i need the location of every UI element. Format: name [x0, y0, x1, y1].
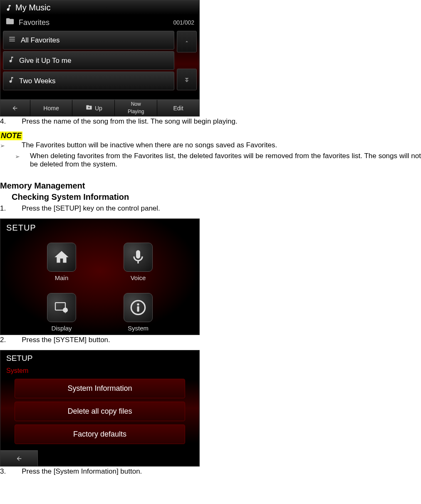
now-label-2: Playing — [128, 109, 144, 114]
step-text: Press the [SYSTEM] button. — [22, 336, 110, 344]
list-icon — [7, 35, 17, 45]
step-text: Press the [SETUP] key on the control pan… — [22, 204, 160, 213]
svg-rect-2 — [9, 41, 15, 42]
step-number: 4. — [0, 117, 6, 126]
voice-icon — [124, 243, 153, 272]
list-item-label: All Favorites — [21, 36, 60, 45]
step-text: Press the name of the song from the list… — [22, 117, 237, 126]
home-button-label: Home — [43, 105, 59, 112]
list-area: All Favorites Give it Up To me Two Weeks — [0, 30, 199, 91]
scroll-buttons — [177, 31, 197, 90]
up-button[interactable]: Up — [72, 100, 115, 116]
screenshot-setup-grid: SETUP Main Voice Display System — [0, 218, 200, 335]
display-icon — [47, 293, 76, 322]
back-button[interactable] — [0, 450, 38, 466]
step-number: 2. — [0, 336, 6, 344]
svg-point-6 — [137, 303, 139, 305]
up-button-label: Up — [95, 105, 102, 112]
list-item-song-1[interactable]: Give it Up To me — [3, 51, 174, 70]
factory-defaults-button[interactable]: Factory defaults — [15, 425, 185, 444]
scroll-down-button[interactable] — [177, 69, 197, 90]
list-item-label: Give it Up To me — [19, 57, 71, 65]
svg-rect-1 — [9, 39, 15, 40]
setup-tile-display[interactable]: Display — [34, 293, 89, 332]
tile-label: Display — [51, 325, 72, 332]
list-items: All Favorites Give it Up To me Two Weeks — [3, 31, 174, 90]
menu-buttons: System Information Delete all copy files… — [0, 379, 199, 444]
note-bullet-1: ➢ The Favorites button will be inactive … — [0, 140, 421, 151]
scroll-up-button[interactable] — [177, 31, 197, 52]
folder-icon — [5, 17, 15, 28]
step-number: 1. — [0, 204, 6, 213]
tile-label: Main — [55, 274, 69, 281]
tile-label: Voice — [131, 274, 146, 281]
setup-tile-system[interactable]: System — [110, 293, 166, 332]
system-information-button[interactable]: System Information — [15, 379, 185, 398]
step-1: 1. Press the [SETUP] key on the control … — [0, 204, 421, 214]
step-2: 2. Press the [SYSTEM] button. — [0, 335, 421, 345]
subsection-heading: Checking System Information — [0, 192, 421, 204]
tile-label: System — [128, 325, 149, 332]
step-text: Press the [System Information] button. — [22, 467, 142, 476]
screen-header: My Music — [0, 0, 199, 15]
list-item-label: Two Weeks — [19, 77, 56, 85]
step-number: 3. — [0, 467, 6, 476]
edit-button-label: Edit — [173, 105, 183, 112]
list-item-song-2[interactable]: Two Weeks — [3, 72, 174, 90]
setup-tile-voice[interactable]: Voice — [110, 243, 166, 281]
setup-grid: Main Voice Display System — [0, 237, 199, 335]
bullet-arrow-icon: ➢ — [15, 152, 20, 161]
setup-title: SETUP — [0, 219, 199, 237]
home-icon — [47, 243, 76, 272]
note-label: NOTE — [0, 132, 22, 140]
svg-point-4 — [63, 308, 68, 313]
edit-button[interactable]: Edit — [157, 100, 199, 116]
bullet-text: When deleting favorites from the Favorit… — [30, 152, 421, 169]
screen-subheader: Favorites 001/002 — [0, 15, 199, 30]
info-icon — [124, 293, 153, 322]
page-counter: 001/002 — [173, 19, 194, 26]
list-item-all-favorites[interactable]: All Favorites — [3, 31, 174, 50]
note-block: NOTE ➢ The Favorites button will be inac… — [0, 132, 421, 169]
home-button[interactable]: Home — [30, 100, 73, 116]
now-playing-button[interactable]: Now Playing — [115, 100, 157, 116]
screenshot-system-menu: SETUP System System Information Delete a… — [0, 350, 200, 467]
setup-title: SETUP — [0, 350, 199, 366]
note-bullet-2: ➢ When deleting favorites from the Favor… — [0, 151, 421, 169]
system-subtitle: System — [0, 366, 199, 379]
folder-up-icon — [85, 104, 93, 112]
setup-tile-main[interactable]: Main — [34, 243, 89, 281]
back-button[interactable] — [0, 100, 30, 116]
music-icon — [5, 4, 13, 12]
song-icon — [7, 56, 15, 65]
song-icon — [7, 76, 15, 86]
step-4: 4. Press the name of the song from the l… — [0, 117, 421, 127]
section-heading: Memory Management — [0, 179, 421, 192]
screen-title: My Music — [15, 3, 50, 12]
delete-copy-files-button[interactable]: Delete all copy files — [15, 402, 185, 421]
screenshot-my-music: My Music Favorites 001/002 All Favorites… — [0, 0, 200, 117]
bullet-arrow-icon: ➢ — [0, 141, 5, 150]
svg-rect-0 — [9, 37, 15, 38]
bottom-bar: Home Up Now Playing Edit — [0, 99, 199, 116]
svg-rect-7 — [137, 306, 139, 312]
now-label-1: Now — [131, 102, 141, 107]
subheader-label: Favorites — [19, 18, 50, 27]
bullet-text: The Favorites button will be inactive wh… — [22, 141, 421, 149]
step-3: 3. Press the [System Information] button… — [0, 467, 421, 477]
